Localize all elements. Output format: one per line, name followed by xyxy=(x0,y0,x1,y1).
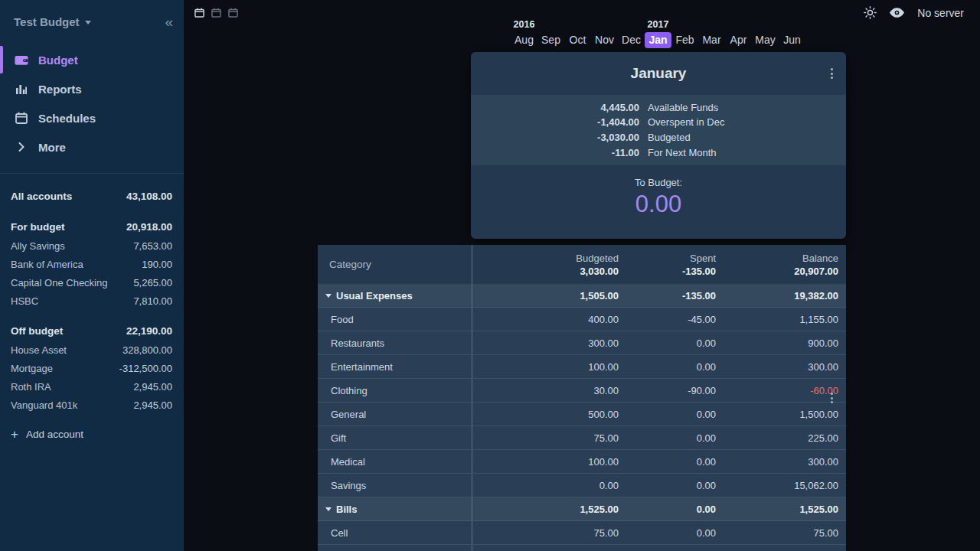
balance-cell: 300.00 xyxy=(720,355,846,378)
account-name: House Asset xyxy=(11,344,67,356)
sidebar-account-mortgage[interactable]: Mortgage-312,500.00 xyxy=(0,359,184,377)
row-label: Savings xyxy=(331,480,366,491)
sidebar-account-hsbc[interactable]: HSBC7,810.00 xyxy=(0,292,184,310)
expand-triangle-icon[interactable] xyxy=(325,507,332,511)
group-row-usual-expenses: Usual Expenses1,505.00-135.0019,382.00 xyxy=(318,284,846,308)
chevron-right-icon xyxy=(14,142,28,152)
budgeted-cell[interactable]: 300.00 xyxy=(472,331,622,354)
sidebar-collapse-button[interactable]: « xyxy=(165,15,173,29)
budgeted-cell[interactable]: 30.00 xyxy=(472,379,622,402)
account-balance: 328,800.00 xyxy=(122,344,172,356)
row-label: Usual Expenses xyxy=(336,290,413,302)
group-name[interactable]: Bills xyxy=(318,497,472,520)
one-month-view-button[interactable] xyxy=(194,8,204,18)
to-budget-amount[interactable]: 0.00 xyxy=(471,191,846,218)
month-feb[interactable]: Feb xyxy=(671,32,698,48)
sidebar-account-ally-savings[interactable]: Ally Savings7,653.00 xyxy=(0,236,184,255)
spent-cell[interactable]: 0.00 xyxy=(622,331,720,354)
month-may[interactable]: May xyxy=(752,32,779,48)
category-name[interactable]: Restaurants xyxy=(318,331,472,354)
fund-amount: -1,404.00 xyxy=(471,115,639,130)
plus-icon: + xyxy=(11,428,18,441)
month-jun[interactable]: Jun xyxy=(779,32,805,48)
main-content: No server 20162017 AugSepOctNovDecJanFeb… xyxy=(184,0,980,551)
budgeted-cell[interactable]: 75.00 xyxy=(472,426,622,449)
column-label: Spent xyxy=(622,252,716,265)
month-nov[interactable]: Nov xyxy=(591,32,618,48)
spent-cell[interactable]: -135.00 xyxy=(622,284,720,307)
sun-icon xyxy=(864,6,877,19)
month-sep[interactable]: Sep xyxy=(537,32,564,48)
category-name[interactable]: Gift xyxy=(318,426,472,449)
sidebar-account-vanguard-401k[interactable]: Vanguard 401k2,945.00 xyxy=(0,396,184,414)
privacy-toggle-button[interactable] xyxy=(890,8,904,18)
spent-cell[interactable]: -90.00 xyxy=(622,379,720,402)
fund-line-budgeted: -3,030.00Budgeted xyxy=(471,130,846,145)
expand-triangle-icon[interactable] xyxy=(325,294,332,298)
fund-line-for-next-month: -11.00For Next Month xyxy=(471,145,846,161)
budget-file-dropdown[interactable]: Test Budget xyxy=(14,15,91,28)
row-amounts: 30.00-90.00-60.00 xyxy=(472,379,846,402)
category-name[interactable]: Medical xyxy=(318,450,472,473)
budgeted-cell[interactable]: 75.00 xyxy=(472,521,622,544)
month-oct[interactable]: Oct xyxy=(564,32,591,48)
add-account-button[interactable]: + Add account xyxy=(0,428,184,441)
row-label: Entertainment xyxy=(331,361,393,373)
spent-cell[interactable]: 0.00 xyxy=(622,474,720,497)
spent-cell[interactable]: 0.00 xyxy=(622,355,720,378)
balance-cell: -60.00 xyxy=(720,379,846,402)
sidebar-item-budget[interactable]: Budget xyxy=(0,45,184,74)
row-label: Clothing xyxy=(331,385,368,396)
account-group-header-for-budget[interactable]: For budget20,918.00 xyxy=(0,217,184,236)
sidebar-account-bank-of-america[interactable]: Bank of America190.00 xyxy=(0,255,184,273)
row-label: Food xyxy=(331,314,354,325)
month-nav: AugSepOctNovDecJanFebMarAprMayJun xyxy=(511,32,805,48)
category-menu-button[interactable] xyxy=(831,393,833,403)
budgeted-cell[interactable]: 400.00 xyxy=(472,308,622,331)
spent-cell[interactable]: 0.00 xyxy=(622,521,720,544)
server-status-button[interactable]: No server xyxy=(917,7,964,19)
category-name[interactable]: Cell xyxy=(318,521,472,544)
budgeted-cell[interactable]: 1,525.00 xyxy=(472,497,622,520)
sidebar-item-schedules[interactable]: Schedules xyxy=(0,103,184,132)
budgeted-cell[interactable]: 100.00 xyxy=(472,355,622,378)
account-group-header-off-budget[interactable]: Off budget22,190.00 xyxy=(0,321,184,341)
spent-cell[interactable]: 0.00 xyxy=(622,403,720,425)
column-header-balance: Balance20,907.00 xyxy=(720,245,846,284)
sidebar-account-house-asset[interactable]: House Asset328,800.00 xyxy=(0,341,184,359)
three-month-view-button[interactable] xyxy=(228,8,238,18)
spent-cell[interactable]: 0.00 xyxy=(622,497,720,520)
category-name[interactable]: Food xyxy=(318,308,472,331)
month-apr[interactable]: Apr xyxy=(725,32,752,48)
sidebar-account-capital-one-checking[interactable]: Capital One Checking5,265.00 xyxy=(0,273,184,292)
month-menu-button[interactable] xyxy=(831,68,833,79)
category-name[interactable]: Clothing xyxy=(318,379,472,402)
fund-label: Available Funds xyxy=(648,100,718,116)
budgeted-cell[interactable]: 500.00 xyxy=(472,403,622,425)
theme-toggle-button[interactable] xyxy=(864,6,877,19)
two-month-view-button[interactable] xyxy=(211,8,221,18)
spent-cell[interactable]: 0.00 xyxy=(622,450,720,473)
sidebar-item-all-accounts[interactable]: All accounts 43,108.00 xyxy=(0,186,184,206)
budgeted-cell[interactable]: 0.00 xyxy=(472,474,622,497)
sidebar-account-roth-ira[interactable]: Roth IRA2,945.00 xyxy=(0,377,184,396)
calendar-icon xyxy=(228,8,238,18)
sidebar-item-more[interactable]: More xyxy=(0,132,184,161)
column-total: -135.00 xyxy=(622,265,716,278)
month-dec[interactable]: Dec xyxy=(618,32,645,48)
category-name[interactable]: General xyxy=(318,403,472,425)
budgeted-cell[interactable]: 1,505.00 xyxy=(472,284,622,307)
category-name[interactable]: Entertainment xyxy=(318,355,472,378)
month-mar[interactable]: Mar xyxy=(698,32,725,48)
sidebar-item-reports[interactable]: Reports xyxy=(0,74,184,103)
calendar-icon xyxy=(194,8,204,18)
budget-table-body: Usual Expenses1,505.00-135.0019,382.00Fo… xyxy=(318,284,846,545)
spent-cell[interactable]: -45.00 xyxy=(622,308,720,331)
spent-cell[interactable]: 0.00 xyxy=(622,426,720,449)
row-amounts: 100.000.00300.00 xyxy=(472,355,846,378)
group-name[interactable]: Usual Expenses xyxy=(318,284,472,307)
category-name[interactable]: Savings xyxy=(318,474,472,497)
month-aug[interactable]: Aug xyxy=(511,32,537,48)
budgeted-cell[interactable]: 100.00 xyxy=(472,450,622,473)
month-jan[interactable]: Jan xyxy=(645,32,671,48)
